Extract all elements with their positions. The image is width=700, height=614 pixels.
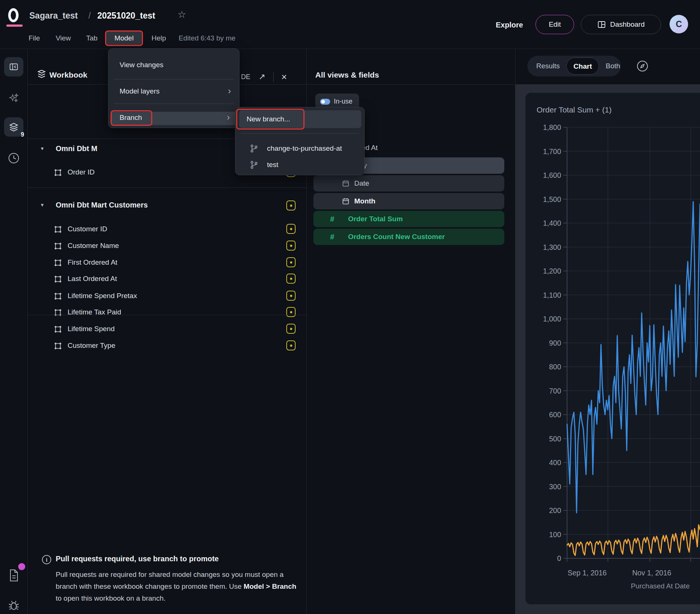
svg-text:900: 900 bbox=[549, 339, 561, 347]
left-icon-rail: 9 bbox=[0, 49, 28, 614]
menu-tab[interactable]: Tab bbox=[86, 32, 98, 45]
submenu-item-branch-1[interactable]: change-to-purchased-at bbox=[235, 140, 365, 157]
chart-card: Order Total Sum + (1) 010020030040050060… bbox=[525, 93, 700, 604]
submenu-item-branch-2[interactable]: test bbox=[235, 156, 365, 174]
workbook-panel-title: Workbook bbox=[49, 71, 87, 79]
breadcrumb-separator: / bbox=[88, 10, 91, 22]
tab-results[interactable]: Results bbox=[530, 58, 566, 75]
collapse-panel-icon bbox=[9, 62, 19, 72]
top-bar: Sagara_test / 20251020_test ☆ File View … bbox=[0, 0, 700, 49]
explore-compass-icon[interactable] bbox=[636, 59, 649, 73]
svg-text:1,000: 1,000 bbox=[543, 315, 561, 323]
user-avatar[interactable]: C bbox=[670, 15, 688, 33]
model-ide-label-truncated[interactable]: DE bbox=[241, 73, 250, 81]
menu-view[interactable]: View bbox=[56, 32, 71, 45]
edited-status: Edited 6:43 by me bbox=[179, 32, 235, 45]
field-visibility-toggle[interactable] bbox=[286, 340, 296, 350]
section-caret-icon[interactable]: ▾ bbox=[41, 202, 44, 208]
dimension-icon bbox=[53, 342, 62, 350]
model-layers-button[interactable]: 9 bbox=[4, 117, 23, 137]
breadcrumb-document[interactable]: 20251020_test bbox=[97, 10, 155, 22]
bug-icon bbox=[7, 599, 20, 611]
svg-text:1,800: 1,800 bbox=[543, 123, 561, 131]
svg-text:100: 100 bbox=[549, 530, 561, 539]
workbook-header-actions: DE ↗ × bbox=[241, 71, 287, 82]
field-visibility-toggle[interactable] bbox=[286, 224, 296, 234]
promote-note-title: Pull requests required, use branch to pr… bbox=[56, 555, 219, 563]
svg-text:1,500: 1,500 bbox=[543, 195, 561, 203]
menu-help[interactable]: Help bbox=[152, 32, 166, 45]
svg-text:1,700: 1,700 bbox=[543, 147, 561, 156]
svg-text:200: 200 bbox=[549, 506, 561, 515]
field-row-orders-count-new-customer[interactable]: # Orders Count New Customer bbox=[313, 229, 504, 245]
field-visibility-toggle[interactable] bbox=[286, 307, 296, 317]
field-visibility-toggle[interactable] bbox=[286, 200, 296, 210]
edit-button[interactable]: Edit bbox=[535, 15, 574, 34]
collapse-sidebar-button[interactable] bbox=[4, 57, 23, 76]
field-row[interactable]: First Ordered At bbox=[28, 257, 307, 270]
svg-text:1,200: 1,200 bbox=[543, 267, 561, 275]
close-panel-icon[interactable]: × bbox=[281, 71, 287, 83]
results-panel: Results Chart Both Order Total Sum + (1)… bbox=[515, 49, 700, 614]
promote-note-body: Pull requests are required for shared mo… bbox=[56, 569, 297, 604]
dimension-icon bbox=[53, 225, 62, 234]
number-icon: # bbox=[330, 233, 334, 241]
history-button[interactable] bbox=[4, 148, 23, 168]
dashboard-grid-icon bbox=[597, 20, 606, 29]
dimension-icon bbox=[53, 242, 62, 251]
dashboard-button[interactable]: Dashboard bbox=[581, 15, 661, 34]
field-row[interactable]: Lifetime Spend bbox=[28, 323, 307, 336]
workbook-layers-icon bbox=[37, 69, 46, 79]
chart-title: Order Total Sum + (1) bbox=[537, 105, 612, 114]
field-visibility-toggle[interactable] bbox=[286, 274, 296, 284]
field-row[interactable]: Customer Type bbox=[28, 340, 307, 353]
svg-text:600: 600 bbox=[549, 411, 561, 419]
calendar-icon bbox=[342, 180, 349, 187]
debug-button[interactable] bbox=[4, 595, 23, 614]
field-visibility-toggle[interactable] bbox=[286, 291, 296, 301]
field-row[interactable]: Customer Name bbox=[28, 240, 307, 253]
annotation-box-branch bbox=[111, 110, 152, 126]
view-section-customers[interactable]: ▾ Omni Dbt Mart Customers bbox=[28, 200, 307, 215]
notification-dot bbox=[18, 563, 25, 570]
svg-text:Nov 1, 2016: Nov 1, 2016 bbox=[632, 569, 671, 577]
field-row-date[interactable]: Date bbox=[313, 175, 504, 192]
field-row[interactable]: Last Ordered At bbox=[28, 273, 307, 286]
chevron-right-icon: › bbox=[227, 114, 230, 121]
sparkles-icon bbox=[8, 92, 19, 104]
svg-text:Sep 1, 2016: Sep 1, 2016 bbox=[567, 569, 606, 577]
menu-model-active[interactable]: Model bbox=[105, 30, 143, 46]
menu-item-view-changes[interactable]: View changes bbox=[120, 61, 163, 69]
section-caret-icon[interactable]: ▾ bbox=[41, 145, 44, 152]
menu-item-model-layers[interactable]: Model layers bbox=[120, 87, 160, 95]
dimension-icon bbox=[53, 308, 62, 317]
tab-chart[interactable]: Chart bbox=[566, 58, 599, 75]
field-row[interactable]: Lifetime Tax Paid bbox=[28, 306, 307, 320]
changelog-button[interactable] bbox=[4, 566, 23, 585]
x-axis-title: Purchased At Date bbox=[631, 582, 690, 590]
tab-both[interactable]: Both bbox=[599, 58, 627, 75]
ai-assistant-button[interactable] bbox=[4, 88, 23, 108]
calendar-icon bbox=[342, 197, 349, 205]
svg-text:1,300: 1,300 bbox=[543, 243, 561, 251]
line-chart[interactable]: 01002003004005006007008009001,0001,1001,… bbox=[525, 93, 700, 604]
menu-file[interactable]: File bbox=[29, 32, 40, 45]
annotation-box-new-branch bbox=[236, 109, 305, 130]
git-branch-icon bbox=[250, 144, 258, 153]
open-in-new-icon[interactable]: ↗ bbox=[258, 72, 265, 82]
favorite-star-icon[interactable]: ☆ bbox=[178, 9, 186, 20]
field-visibility-toggle[interactable] bbox=[286, 324, 296, 334]
clock-icon bbox=[7, 152, 20, 164]
field-visibility-toggle[interactable] bbox=[286, 241, 296, 251]
field-visibility-toggle[interactable] bbox=[286, 257, 296, 267]
svg-text:1,600: 1,600 bbox=[543, 171, 561, 179]
chevron-right-icon: › bbox=[228, 87, 231, 95]
explore-button[interactable]: Explore bbox=[496, 19, 523, 31]
field-row-order-total-sum[interactable]: # Order Total Sum bbox=[313, 211, 504, 227]
field-row[interactable]: Lifetime Spend Pretax bbox=[28, 290, 307, 303]
breadcrumb-project[interactable]: Sagara_test bbox=[29, 10, 78, 22]
section-divider bbox=[28, 187, 307, 188]
field-row-month[interactable]: Month bbox=[313, 193, 504, 209]
field-row[interactable]: Customer ID bbox=[28, 223, 307, 236]
dimension-icon bbox=[53, 292, 62, 301]
